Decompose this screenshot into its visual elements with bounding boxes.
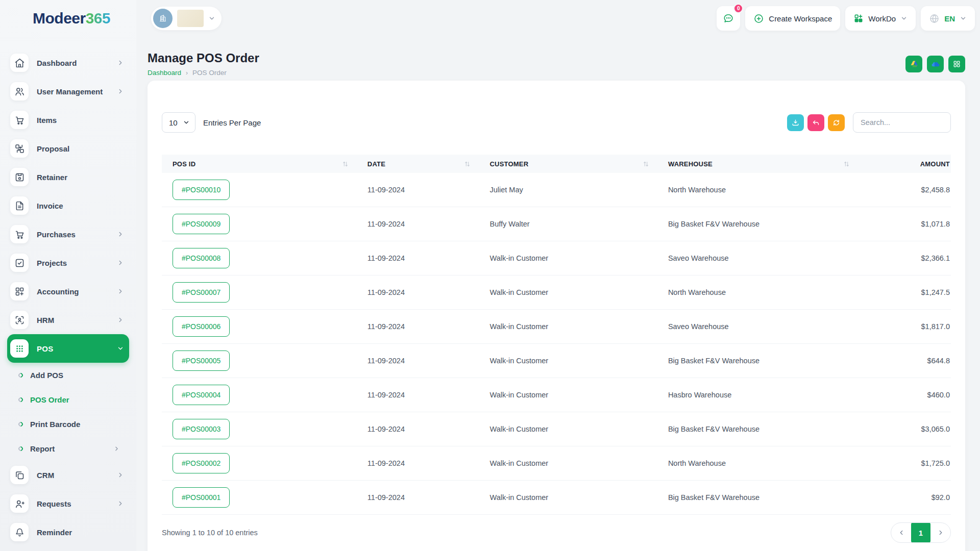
sidebar-item-label: Retainer	[37, 173, 67, 182]
column-header-warehouse[interactable]: WAREHOUSE	[657, 160, 858, 168]
table-row: #POS00010 11-09-2024 Juliet May North Wa…	[162, 173, 951, 207]
dots-grid-icon	[10, 339, 29, 358]
pos-id-badge[interactable]: #POS00009	[173, 214, 230, 234]
pos-id-badge[interactable]: #POS00002	[173, 453, 230, 473]
cell-date: 11-09-2024	[357, 186, 479, 194]
column-label: WAREHOUSE	[668, 160, 713, 168]
sidebar: Modeer365 Dashboard User Management Item…	[0, 0, 136, 551]
logo[interactable]: Modeer365	[0, 0, 136, 37]
entries-per-page-select[interactable]: 10	[162, 112, 195, 133]
table-footer: Showing 1 to 10 of 10 entries 1	[162, 522, 951, 543]
cell-warehouse: Big Basket F&V Warehouse	[657, 493, 858, 502]
sidebar-subitem-pos-order[interactable]: POS Order	[7, 387, 129, 412]
sidebar-subitem-add-pos[interactable]: Add POS	[7, 363, 129, 387]
pos-id-badge[interactable]: #POS00006	[173, 316, 230, 337]
sidebar-item-pos[interactable]: POS	[7, 334, 129, 363]
pos-id-badge[interactable]: #POS00001	[173, 487, 230, 508]
workdo-menu-button[interactable]: WorkDo	[845, 6, 916, 31]
create-workspace-label: Create Workspace	[769, 14, 832, 23]
sidebar-item-requests[interactable]: Requests	[7, 489, 129, 518]
pos-id-badge[interactable]: #POS00010	[173, 180, 230, 200]
column-header-date[interactable]: DATE	[357, 160, 479, 168]
sidebar-subitem-print-barcode[interactable]: Print Barcode	[7, 412, 129, 436]
cell-amount: $3,065.0	[858, 425, 951, 433]
previous-page-button[interactable]	[891, 522, 911, 543]
export-button[interactable]	[787, 114, 804, 131]
onedrive-button[interactable]	[927, 56, 944, 72]
sidebar-item-reminder[interactable]: Reminder	[7, 518, 129, 546]
users-icon	[10, 82, 29, 101]
table-row: #POS00003 11-09-2024 Walk-in Customer Bi…	[162, 412, 951, 446]
cell-warehouse: Saveo Warehouse	[657, 322, 858, 331]
cell-amount: $1,817.0	[858, 322, 951, 331]
google-drive-button[interactable]	[905, 56, 922, 72]
cell-warehouse: Big Basket F&V Warehouse	[657, 220, 858, 228]
cell-warehouse: Big Basket F&V Warehouse	[657, 425, 858, 433]
sidebar-item-label: CRM	[37, 471, 54, 480]
chevron-right-icon	[113, 445, 120, 452]
entries-value: 10	[169, 118, 178, 127]
language-selector[interactable]: EN	[921, 6, 975, 31]
workspace-selector[interactable]	[151, 7, 222, 30]
grid-view-button[interactable]	[948, 56, 965, 72]
sidebar-item-projects[interactable]: Projects	[7, 248, 129, 277]
pos-order-card: 10 Entries Per Page POS ID DATE	[148, 81, 965, 551]
sidebar-item-crm[interactable]: CRM	[7, 461, 129, 489]
cell-date: 11-09-2024	[357, 493, 479, 502]
sidebar-item-dashboard[interactable]: Dashboard	[7, 48, 129, 77]
sidebar-item-accounting[interactable]: Accounting	[7, 277, 129, 306]
workspace-logo	[177, 10, 204, 27]
cell-warehouse: Hasbro Warehouse	[657, 391, 858, 399]
sidebar-item-invoice[interactable]: Invoice	[7, 191, 129, 220]
pos-id-badge[interactable]: #POS00007	[173, 282, 230, 303]
sidebar-item-label: Proposal	[37, 144, 69, 153]
reset-filter-button[interactable]	[807, 114, 824, 131]
column-header-customer[interactable]: CUSTOMER	[479, 160, 657, 168]
workdo-label: WorkDo	[868, 14, 896, 23]
sidebar-item-purchases[interactable]: Purchases	[7, 220, 129, 248]
column-label: CUSTOMER	[489, 160, 528, 168]
sidebar-item-retainer[interactable]: Retainer	[7, 163, 129, 191]
breadcrumb-dashboard-link[interactable]: Dashboard	[148, 69, 181, 77]
user-scan-icon	[10, 311, 29, 329]
chevron-down-icon	[900, 15, 908, 22]
refresh-button[interactable]	[828, 114, 845, 131]
cell-amount: $460.0	[858, 391, 951, 399]
page-number-button[interactable]: 1	[911, 522, 930, 543]
cell-warehouse: Big Basket F&V Warehouse	[657, 357, 858, 365]
sidebar-item-proposal[interactable]: Proposal	[7, 134, 129, 163]
search-input[interactable]	[853, 112, 951, 133]
sidebar-item-items[interactable]: Items	[7, 106, 129, 134]
pos-id-badge[interactable]: #POS00005	[173, 350, 230, 371]
refresh-icon	[832, 118, 841, 127]
sidebar-subitem-label: POS Order	[30, 395, 69, 404]
cell-amount: $2,366.1	[858, 254, 951, 262]
pos-id-badge[interactable]: #POS00003	[173, 419, 230, 439]
chevron-down-icon	[117, 345, 124, 352]
cell-date: 11-09-2024	[357, 391, 479, 399]
sidebar-item-label: POS	[37, 344, 54, 353]
cart-icon	[10, 225, 29, 243]
sidebar-item-hrm[interactable]: HRM	[7, 306, 129, 334]
bullet-icon	[17, 445, 24, 452]
sort-icon	[342, 161, 349, 167]
sort-icon	[643, 161, 649, 167]
topbar: 0 Create Workspace WorkDo EN	[136, 0, 980, 37]
sidebar-subitem-report[interactable]: Report	[7, 436, 129, 461]
column-header-pos-id[interactable]: POS ID	[162, 160, 357, 168]
create-workspace-button[interactable]: Create Workspace	[745, 6, 840, 31]
page-header: Manage POS Order Dashboard › POS Order	[148, 50, 965, 78]
chevron-down-icon	[960, 15, 967, 22]
pos-id-badge[interactable]: #POS00008	[173, 248, 230, 268]
table-row: #POS00001 11-09-2024 Walk-in Customer Bi…	[162, 481, 951, 515]
grid-plus-icon	[853, 13, 864, 23]
pos-id-badge[interactable]: #POS00004	[173, 385, 230, 405]
sidebar-item-label: User Management	[37, 87, 103, 96]
next-page-button[interactable]	[930, 522, 950, 543]
sidebar-item-label: Reminder	[37, 528, 72, 537]
sidebar-item-user-management[interactable]: User Management	[7, 77, 129, 106]
table-row: #POS00004 11-09-2024 Walk-in Customer Ha…	[162, 378, 951, 412]
messages-button[interactable]: 0	[717, 6, 740, 31]
column-header-amount[interactable]: AMOUNT	[858, 160, 951, 168]
cell-amount: $1,725.0	[858, 459, 951, 467]
